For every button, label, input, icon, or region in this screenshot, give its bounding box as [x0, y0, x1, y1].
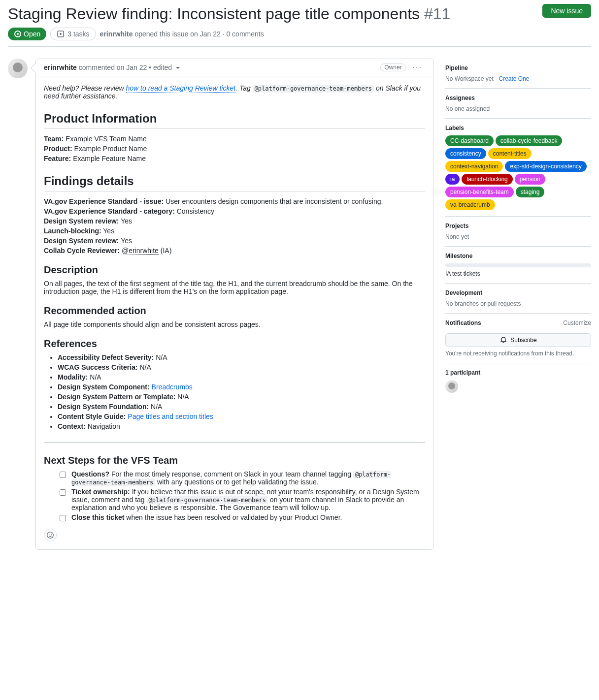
- task-checkbox[interactable]: [60, 489, 66, 496]
- fd-cat-value: Consistency: [177, 207, 214, 215]
- comment-actions-menu[interactable]: ···: [410, 63, 425, 72]
- reaction-bar: [44, 529, 425, 541]
- sidebar-projects-title[interactable]: Projects: [445, 223, 591, 229]
- heading-recommended: Recommended action: [44, 305, 425, 317]
- role-badge: Owner: [380, 64, 405, 71]
- tasks-pill[interactable]: 3 tasks: [50, 28, 96, 40]
- issue-number: #11: [424, 5, 450, 23]
- issue-state-label: Open: [24, 30, 40, 38]
- comment-box: erinrwhite commented on Jan 22 • edited …: [35, 59, 433, 550]
- edited-dropdown[interactable]: [174, 64, 180, 71]
- heading-product-info: Product Information: [44, 112, 425, 129]
- label-pill[interactable]: staging: [516, 187, 545, 197]
- fd-lb-label: Launch-blocking:: [44, 227, 101, 235]
- ref-csg-link[interactable]: Page titles and section titles: [128, 413, 213, 420]
- ref-a11y-value: N/A: [156, 353, 167, 361]
- subscribe-label: Subscribe: [510, 337, 536, 344]
- label-pill[interactable]: collab-cycle-feedback: [496, 135, 562, 146]
- fd-rev-suffix: (IA): [159, 247, 171, 255]
- comment-author[interactable]: erinrwhite: [44, 64, 77, 71]
- team-value: Example VFS Team Name: [66, 135, 147, 143]
- label-pill[interactable]: ia: [445, 174, 460, 185]
- label-pill[interactable]: pension-benefits-team: [445, 187, 514, 197]
- label-pill[interactable]: content-titles: [488, 148, 532, 159]
- ref-csg-label: Content Style Guide:: [58, 413, 126, 420]
- notifications-customize-link[interactable]: Customize: [563, 319, 591, 326]
- issue-opener-author[interactable]: erinrwhite: [100, 30, 133, 38]
- sidebar-labels-title[interactable]: Labels: [445, 125, 591, 131]
- tasks-count: 3 tasks: [67, 30, 89, 38]
- bell-icon: [499, 336, 507, 344]
- sidebar-milestone-title[interactable]: Milestone: [445, 253, 591, 259]
- issue-open-icon: [14, 30, 22, 38]
- recommended-text: All page title components should align a…: [44, 320, 425, 328]
- author-avatar[interactable]: [8, 59, 28, 78]
- ref-context-label: Context:: [58, 422, 86, 430]
- ref-foundation-label: Design System Foundation:: [58, 403, 149, 411]
- label-pill[interactable]: context-navigation: [445, 161, 503, 172]
- comment-header: erinrwhite commented on Jan 22 • edited …: [36, 59, 433, 76]
- feature-label: Feature:: [44, 155, 71, 162]
- fd-rev-mention[interactable]: @erinrwhite: [122, 247, 159, 255]
- mention-code: @platform-governance-team-members: [253, 85, 374, 93]
- notifications-status-text: You're not receiving notifications from …: [445, 350, 591, 357]
- task1-bold: Questions?: [71, 470, 109, 478]
- task2-code: @platform-governance-team-members: [147, 496, 268, 504]
- sidebar-assignees-title[interactable]: Assignees: [445, 95, 591, 101]
- sidebar-development-title[interactable]: Development: [445, 289, 591, 296]
- fd-cat-label: VA.gov Experience Standard - category:: [44, 207, 175, 215]
- label-pill[interactable]: CC-dashboard: [445, 135, 494, 146]
- tasklist-icon: [57, 30, 65, 38]
- team-label: Team:: [44, 135, 64, 143]
- sidebar-pipeline-title: Pipeline: [445, 64, 591, 71]
- add-reaction-button[interactable]: [44, 529, 57, 541]
- task-checkbox[interactable]: [60, 472, 66, 478]
- comment-meta: commented on Jan 22 • edited: [79, 64, 172, 71]
- feature-value: Example Feature Name: [73, 155, 146, 162]
- issue-state-open: Open: [8, 28, 46, 40]
- task-item: Questions? For the most timely response,…: [58, 470, 425, 486]
- fd-issue-label: VA.gov Experience Standard - issue:: [44, 197, 164, 205]
- heading-findings: Findings details: [44, 174, 425, 191]
- label-pill[interactable]: launch-blocking: [462, 174, 512, 185]
- svg-point-5: [49, 534, 50, 535]
- notifications-title-text: Notifications: [445, 319, 481, 326]
- task-item: Ticket ownership: If you believe that th…: [58, 488, 425, 511]
- task-item: Close this ticket when the issue has bee…: [58, 513, 425, 523]
- ref-wcag-label: WCAG Success Criteria:: [58, 363, 138, 371]
- label-pill[interactable]: exp-std-design-consistency: [505, 161, 586, 172]
- fd-dsr-value: Yes: [121, 217, 132, 225]
- label-pill[interactable]: va-breadcrumb: [445, 199, 495, 210]
- smiley-icon: [46, 531, 54, 539]
- task3-text: when the issue has been resolved or vali…: [124, 513, 342, 521]
- issue-title-text: Staging Review finding: Inconsistent pag…: [8, 5, 420, 23]
- participant-avatar[interactable]: [445, 380, 458, 393]
- task1-text-a: For the most timely response, comment on…: [109, 470, 353, 478]
- fd-dsr2-label: Design System review:: [44, 237, 119, 245]
- sidebar-pipeline-content: No Workspace yet - Create One: [445, 75, 591, 82]
- milestone-progress-bar: [445, 263, 591, 267]
- issue-opened-meta: erinrwhite opened this issue on Jan 22 ·…: [100, 30, 264, 38]
- subscribe-button[interactable]: Subscribe: [445, 333, 591, 347]
- svg-point-4: [47, 532, 54, 539]
- ref-pattern-label: Design System Pattern or Template:: [58, 393, 175, 401]
- label-pill[interactable]: pension: [515, 174, 545, 185]
- ref-pattern-value: N/A: [177, 393, 189, 401]
- product-label: Product:: [44, 145, 72, 153]
- task1-text-b: with any questions or to get help valida…: [155, 478, 319, 486]
- sidebar: Pipeline No Workspace yet - Create One A…: [445, 59, 591, 400]
- sidebar-notifications-title: Notifications Customize: [445, 319, 591, 326]
- product-value: Example Product Name: [74, 145, 147, 153]
- new-issue-button[interactable]: New issue: [542, 4, 591, 18]
- divider: [44, 442, 425, 443]
- label-pill[interactable]: consistency: [445, 148, 486, 159]
- fd-dsr2-value: Yes: [121, 237, 132, 245]
- sidebar-assignees-content: No one assigned: [445, 105, 591, 112]
- sidebar-milestone-content[interactable]: IA test tickets: [445, 270, 591, 277]
- ref-a11y-label: Accessibility Defect Severity:: [58, 353, 154, 361]
- staging-review-help-link[interactable]: how to read a Staging Review ticket: [126, 84, 236, 93]
- pipeline-create-link[interactable]: Create One: [499, 75, 529, 82]
- ref-component-link[interactable]: Breadcrumbs: [152, 383, 193, 391]
- heading-references: References: [44, 338, 425, 350]
- task-checkbox[interactable]: [60, 515, 66, 521]
